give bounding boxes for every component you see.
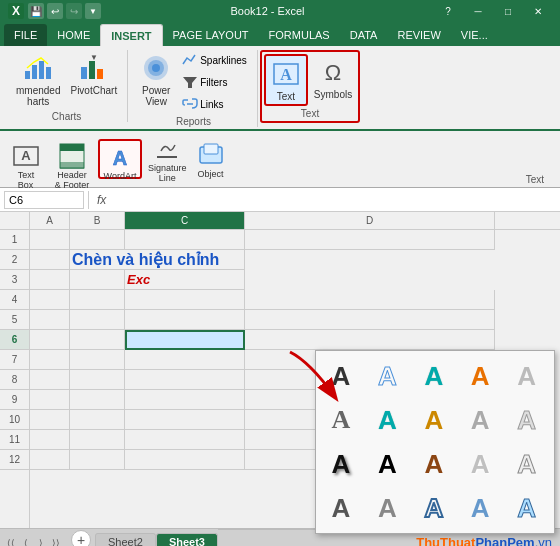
- sheet-tab-sheet3[interactable]: Sheet3: [156, 533, 218, 546]
- cell-b10[interactable]: [70, 410, 125, 430]
- close-button[interactable]: ✕: [524, 2, 552, 20]
- formula-input[interactable]: [114, 194, 556, 206]
- cell-b9[interactable]: [70, 390, 125, 410]
- cell-c10[interactable]: [125, 410, 245, 430]
- cell-a1[interactable]: [30, 230, 70, 250]
- cell-b2[interactable]: Chèn và hiệu chỉnh: [70, 250, 245, 270]
- wordart-item-20[interactable]: A: [506, 487, 548, 529]
- tab-review[interactable]: REVIEW: [387, 24, 450, 46]
- cell-b1[interactable]: [70, 230, 125, 250]
- cell-c1[interactable]: [125, 230, 245, 250]
- name-box[interactable]: [4, 191, 84, 209]
- tab-home[interactable]: HOME: [47, 24, 100, 46]
- cell-a8[interactable]: [30, 370, 70, 390]
- cell-b5[interactable]: [70, 310, 125, 330]
- sparklines-btn[interactable]: Sparklines: [178, 50, 251, 70]
- cell-a6[interactable]: [30, 330, 70, 350]
- symbols-btn[interactable]: Ω Symbols: [310, 54, 356, 102]
- tab-page-layout[interactable]: PAGE LAYOUT: [163, 24, 259, 46]
- wordart-item-11[interactable]: A: [320, 443, 362, 485]
- text-btn[interactable]: A Text: [264, 54, 308, 106]
- row-num-1: 1: [0, 230, 29, 250]
- wordart-item-5[interactable]: A: [506, 355, 548, 397]
- cell-c9[interactable]: [125, 390, 245, 410]
- wordart-item-19[interactable]: A: [459, 487, 501, 529]
- cell-c5[interactable]: [125, 310, 245, 330]
- cell-b4[interactable]: [70, 290, 125, 310]
- cell-c6[interactable]: [125, 330, 245, 350]
- cell-c12[interactable]: [125, 450, 245, 470]
- cell-d6[interactable]: [245, 330, 495, 350]
- tab-insert[interactable]: INSERT: [100, 24, 162, 46]
- cell-d4[interactable]: [245, 290, 495, 310]
- cell-a9[interactable]: [30, 390, 70, 410]
- more-icon[interactable]: ▼: [85, 3, 101, 19]
- wordart-item-2[interactable]: A: [366, 355, 408, 397]
- sheet-next-btn[interactable]: ⟩: [34, 536, 48, 546]
- text-box-btn[interactable]: A TextBox: [6, 139, 46, 179]
- object-btn[interactable]: Object: [193, 139, 229, 179]
- cell-d5[interactable]: [245, 310, 495, 330]
- cell-b6[interactable]: [70, 330, 125, 350]
- wordart-item-4[interactable]: A: [459, 355, 501, 397]
- links-btn[interactable]: Links: [178, 94, 251, 114]
- minimize-button[interactable]: ─: [464, 2, 492, 20]
- sheet-tab-sheet2[interactable]: Sheet2: [95, 533, 156, 546]
- cell-b8[interactable]: [70, 370, 125, 390]
- cell-b3[interactable]: [70, 270, 125, 290]
- sheet-last-btn[interactable]: ⟩⟩: [49, 536, 63, 546]
- wordart-item-10[interactable]: A: [506, 399, 548, 441]
- cell-b12[interactable]: [70, 450, 125, 470]
- cell-a7[interactable]: [30, 350, 70, 370]
- cell-b11[interactable]: [70, 430, 125, 450]
- tab-file[interactable]: FILE: [4, 24, 47, 46]
- wordart-item-18[interactable]: A: [413, 487, 455, 529]
- cell-b7[interactable]: [70, 350, 125, 370]
- wordart-item-16[interactable]: A: [320, 487, 362, 529]
- cell-c4[interactable]: [125, 290, 245, 310]
- wordart-btn[interactable]: A A WordArt: [98, 139, 142, 179]
- cell-a4[interactable]: [30, 290, 70, 310]
- wordart-item-1[interactable]: A: [320, 355, 362, 397]
- maximize-button[interactable]: □: [494, 2, 522, 20]
- sheet-first-btn[interactable]: ⟨⟨: [4, 536, 18, 546]
- wordart-item-3[interactable]: A: [413, 355, 455, 397]
- cell-a11[interactable]: [30, 430, 70, 450]
- wordart-item-7[interactable]: A: [366, 399, 408, 441]
- add-sheet-btn[interactable]: +: [71, 530, 91, 546]
- header-footer-btn[interactable]: Header& Footer: [50, 139, 94, 179]
- wordart-item-9[interactable]: A: [459, 399, 501, 441]
- tab-formulas[interactable]: FORMULAS: [259, 24, 340, 46]
- wordart-item-17[interactable]: A: [366, 487, 408, 529]
- cell-c8[interactable]: [125, 370, 245, 390]
- cell-a2[interactable]: [30, 250, 70, 270]
- wordart-item-12[interactable]: A: [366, 443, 408, 485]
- svg-text:A: A: [21, 148, 31, 163]
- wordart-item-8[interactable]: A: [413, 399, 455, 441]
- power-view-btn[interactable]: PowerView: [136, 50, 176, 109]
- wordart-item-15[interactable]: A: [506, 443, 548, 485]
- signature-line-btn[interactable]: SignatureLine: [146, 133, 189, 185]
- cell-a12[interactable]: [30, 450, 70, 470]
- save-icon[interactable]: 💾: [28, 3, 44, 19]
- wordart-item-13[interactable]: A: [413, 443, 455, 485]
- pivot-chart-btn[interactable]: ▼ PivotChart: [66, 50, 121, 98]
- wordart-item-6[interactable]: A: [320, 399, 362, 441]
- help-button[interactable]: ?: [434, 2, 462, 20]
- cell-d1[interactable]: [245, 230, 495, 250]
- cell-a3[interactable]: [30, 270, 70, 290]
- cell-c11[interactable]: [125, 430, 245, 450]
- cell-c7[interactable]: [125, 350, 245, 370]
- cell-c3[interactable]: Exc: [125, 270, 245, 290]
- cell-a10[interactable]: [30, 410, 70, 430]
- tab-data[interactable]: DATA: [340, 24, 388, 46]
- redo-icon[interactable]: ↪: [66, 3, 82, 19]
- filters-btn[interactable]: Filters: [178, 72, 251, 92]
- tab-view[interactable]: VIE...: [451, 24, 498, 46]
- wordart-item-14[interactable]: A: [459, 443, 501, 485]
- recommended-charts-btn[interactable]: mmendedharts: [12, 50, 64, 109]
- object-label: Object: [198, 169, 224, 179]
- sheet-prev-btn[interactable]: ⟨: [19, 536, 33, 546]
- undo-icon[interactable]: ↩: [47, 3, 63, 19]
- cell-a5[interactable]: [30, 310, 70, 330]
